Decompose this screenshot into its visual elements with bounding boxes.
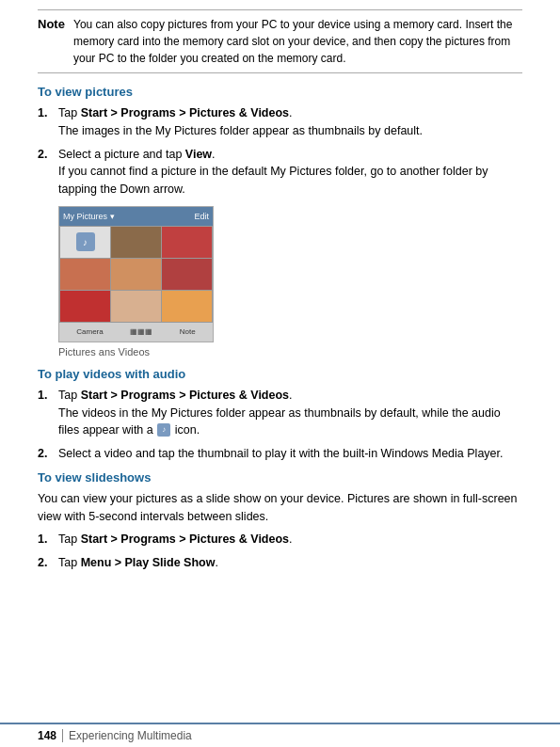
list-content: Tap Start > Programs > Pictures & Videos… <box>58 531 522 548</box>
note-label: Note <box>38 16 73 67</box>
screenshot-inner: My Pictures ▾ Edit ♪ <box>59 207 213 342</box>
grid-cell-5 <box>111 259 161 290</box>
grid-cell-3 <box>162 227 212 258</box>
note-text: You can also copy pictures from your PC … <box>73 16 522 67</box>
page: Note You can also copy pictures from you… <box>0 0 560 747</box>
bottombar-grid: ▦▦▦ <box>130 327 152 336</box>
slideshows-list: 1. Tap Start > Programs > Pictures & Vid… <box>38 531 522 572</box>
list-number: 2. <box>38 146 58 199</box>
grid-cell-4 <box>60 259 110 290</box>
slideshows-intro: You can view your pictures as a slide sh… <box>38 490 522 526</box>
list-number: 2. <box>38 554 58 572</box>
grid-cell-8 <box>111 291 161 322</box>
footer-page-number: 148 <box>38 729 56 742</box>
list-content: Tap Menu > Play Slide Show. <box>58 554 522 572</box>
topbar-left: My Pictures ▾ <box>63 212 115 221</box>
list-item: 2. Select a picture and tap View. If you… <box>38 146 522 199</box>
list-content: Tap Start > Programs > Pictures & Videos… <box>58 104 522 140</box>
device-screenshot: My Pictures ▾ Edit ♪ <box>58 206 214 342</box>
screenshot-bottombar: Camera ▦▦▦ Note <box>59 323 213 342</box>
bottombar-note: Note <box>180 327 196 336</box>
list-content: Tap Start > Programs > Pictures & Videos… <box>58 387 522 439</box>
bold-text: Start > Programs > Pictures & Videos <box>81 106 289 119</box>
bold-text: Start > Programs > Pictures & Videos <box>81 389 289 402</box>
list-number: 1. <box>38 104 58 140</box>
section-heading-view-pictures: To view pictures <box>38 85 522 99</box>
grid-cell-6 <box>162 259 212 290</box>
list-item: 2. Tap Menu > Play Slide Show. <box>38 554 522 572</box>
grid-cell-audio: ♪ <box>60 227 110 258</box>
audio-icon: ♪ <box>76 232 95 251</box>
list-content: Select a video and tap the thumbnail to … <box>58 445 522 463</box>
view-pictures-list: 1. Tap Start > Programs > Pictures & Vid… <box>38 104 522 199</box>
audio-file-icon: ♪ <box>157 423 170 437</box>
list-number: 1. <box>38 387 58 439</box>
list-number: 2. <box>38 445 58 463</box>
list-item: 1. Tap Start > Programs > Pictures & Vid… <box>38 531 522 548</box>
grid-cell-2 <box>111 227 161 258</box>
grid-cell-7 <box>60 291 110 322</box>
bold-text: Start > Programs > Pictures & Videos <box>81 532 289 546</box>
bold-text: View <box>185 148 212 161</box>
footer-separator <box>62 729 63 742</box>
footer: 148 Experiencing Multimedia <box>0 723 560 747</box>
list-content: Select a picture and tap View. If you ca… <box>58 146 522 199</box>
section-heading-play-videos: To play videos with audio <box>38 367 522 381</box>
content-area: Note You can also copy pictures from you… <box>0 0 560 723</box>
image-area: My Pictures ▾ Edit ♪ <box>58 206 522 342</box>
list-number: 1. <box>38 531 58 548</box>
topbar-right: Edit <box>194 212 209 221</box>
footer-text: Experiencing Multimedia <box>69 729 192 742</box>
note-box: Note You can also copy pictures from you… <box>38 9 522 73</box>
list-item: 1. Tap Start > Programs > Pictures & Vid… <box>38 387 522 439</box>
screenshot-grid: ♪ <box>59 226 213 323</box>
grid-cell-9 <box>162 291 212 322</box>
bold-text: Menu > Play Slide Show <box>81 556 216 569</box>
bottombar-camera: Camera <box>76 327 103 336</box>
play-videos-list: 1. Tap Start > Programs > Pictures & Vid… <box>38 387 522 463</box>
image-caption: Pictures ans Videos <box>58 346 522 358</box>
section-heading-slideshows: To view slideshows <box>38 470 522 485</box>
list-item: 1. Tap Start > Programs > Pictures & Vid… <box>38 104 522 140</box>
screenshot-topbar: My Pictures ▾ Edit <box>59 207 213 226</box>
list-item: 2. Select a video and tap the thumbnail … <box>38 445 522 463</box>
